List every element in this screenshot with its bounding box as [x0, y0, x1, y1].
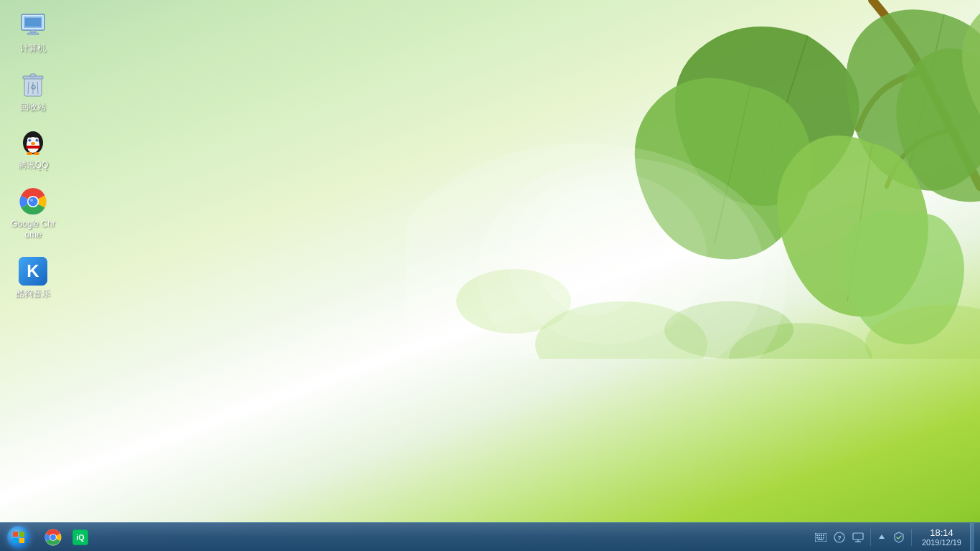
- wallpaper-decoration: [406, 0, 980, 359]
- desktop-icon-chrome[interactable]: Google Chrome: [7, 183, 59, 245]
- svg-point-14: [535, 187, 650, 316]
- recycle-icon: ♻: [19, 70, 47, 99]
- svg-rect-65: [817, 540, 823, 541]
- show-desktop-button[interactable]: [970, 523, 974, 551]
- svg-point-35: [37, 139, 38, 141]
- desktop-icon-qq[interactable]: 腾讯QQ: [7, 124, 59, 176]
- svg-rect-62: [819, 537, 820, 539]
- svg-rect-19: [27, 33, 39, 35]
- svg-rect-59: [821, 534, 822, 536]
- svg-rect-61: [816, 537, 818, 539]
- svg-line-2: [758, 143, 822, 194]
- recycle-icon-label: 回收站: [20, 102, 46, 113]
- desktop-icon-computer[interactable]: 计算机: [7, 7, 59, 59]
- svg-rect-64: [823, 537, 824, 539]
- svg-rect-39: [26, 146, 40, 149]
- taskbar: iQ: [0, 522, 980, 551]
- svg-point-37: [27, 152, 32, 155]
- tray-help-icon[interactable]: ?: [831, 530, 847, 545]
- svg-point-10: [865, 305, 980, 359]
- svg-point-9: [664, 301, 793, 359]
- qq-icon-label: 腾讯QQ: [18, 160, 49, 171]
- svg-text:iQ: iQ: [76, 532, 84, 541]
- desktop-icon-kuwo[interactable]: K 酷狗音乐: [7, 253, 59, 304]
- svg-marker-71: [879, 534, 885, 539]
- start-button[interactable]: [0, 523, 37, 552]
- tray-display-icon[interactable]: [850, 530, 866, 545]
- tray-security-icon[interactable]: [891, 530, 907, 545]
- svg-rect-48: [19, 532, 24, 537]
- system-tray: ?: [807, 523, 980, 551]
- svg-rect-47: [13, 532, 18, 537]
- clock-time: 18:14: [930, 527, 953, 539]
- svg-rect-68: [853, 533, 863, 540]
- svg-rect-60: [823, 534, 824, 536]
- svg-line-3: [908, 14, 944, 172]
- qq-icon: [19, 128, 47, 157]
- svg-line-0: [758, 36, 808, 194]
- svg-point-53: [50, 534, 56, 540]
- svg-rect-49: [13, 538, 18, 543]
- taskbar-chrome-button[interactable]: [40, 524, 66, 550]
- svg-text:?: ?: [837, 534, 842, 542]
- desktop: 计算机 ♻ 回收站: [0, 0, 980, 551]
- start-orb: [7, 526, 30, 549]
- svg-rect-63: [821, 537, 822, 539]
- svg-point-42: [29, 197, 38, 206]
- tray-separator: [870, 529, 871, 546]
- tray-separator-2: [911, 529, 912, 546]
- svg-rect-17: [25, 18, 41, 27]
- svg-text:K: K: [27, 261, 39, 281]
- desktop-icons: 计算机 ♻ 回收站: [7, 7, 59, 304]
- svg-text:♻: ♻: [30, 83, 37, 91]
- desktop-icon-recycle[interactable]: ♻ 回收站: [7, 66, 59, 118]
- computer-icon: [19, 11, 47, 40]
- svg-rect-26: [30, 74, 36, 77]
- svg-point-12: [478, 158, 765, 359]
- svg-point-43: [30, 199, 33, 202]
- chrome-icon-label: Google Chrome: [10, 219, 56, 241]
- computer-icon-label: 计算机: [20, 43, 46, 55]
- chrome-icon: [19, 187, 47, 216]
- clock-area[interactable]: 18:14 2019/12/19: [916, 527, 967, 548]
- svg-point-6: [535, 301, 707, 359]
- clock-date: 2019/12/19: [922, 538, 961, 547]
- svg-point-7: [729, 323, 872, 359]
- kuwo-icon: K: [19, 257, 47, 286]
- svg-line-4: [715, 86, 750, 244]
- svg-point-8: [456, 269, 571, 334]
- svg-rect-18: [30, 30, 36, 33]
- svg-line-5: [847, 143, 872, 301]
- svg-rect-58: [819, 534, 820, 536]
- kuwo-icon-label: 酷狗音乐: [16, 288, 50, 300]
- tray-expand-icon[interactable]: [875, 532, 888, 543]
- taskbar-iqiyi-button[interactable]: iQ: [67, 524, 93, 550]
- svg-line-1: [693, 108, 758, 194]
- svg-point-13: [507, 172, 707, 344]
- svg-point-38: [34, 152, 39, 155]
- svg-rect-57: [816, 534, 818, 536]
- svg-point-11: [406, 143, 786, 359]
- tray-keyboard-icon[interactable]: [813, 532, 829, 543]
- svg-point-36: [31, 142, 35, 145]
- quick-launch: iQ: [37, 523, 96, 552]
- svg-point-34: [29, 139, 31, 141]
- svg-rect-50: [19, 538, 24, 543]
